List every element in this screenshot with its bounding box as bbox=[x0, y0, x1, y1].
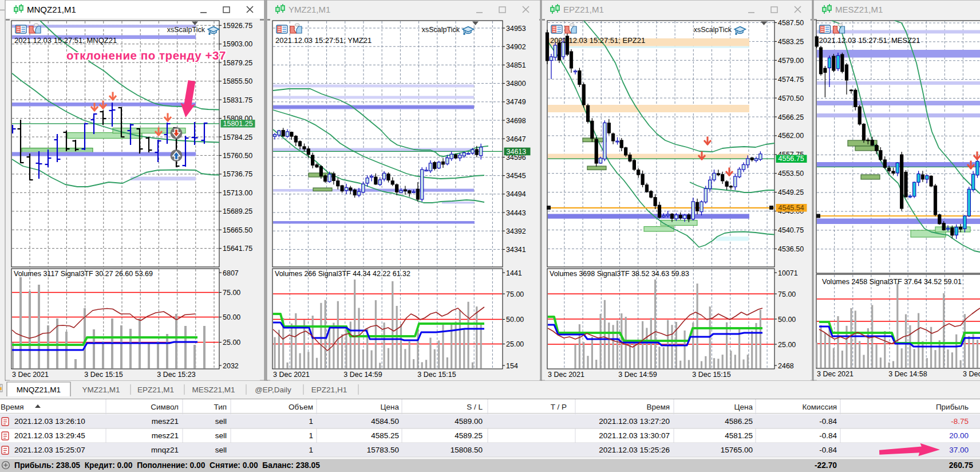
svg-text:15784.25: 15784.25 bbox=[223, 133, 252, 141]
svg-text:34851: 34851 bbox=[506, 61, 526, 69]
svg-text:2021.12.03 15:27:51; YMZ21: 2021.12.03 15:27:51; YMZ21 bbox=[275, 36, 372, 45]
svg-text:75.00: 75.00 bbox=[506, 290, 524, 298]
svg-text:3 Dec 14:59: 3 Dec 14:59 bbox=[343, 371, 382, 379]
svg-text:4562.00: 4562.00 bbox=[778, 132, 804, 140]
svg-text:50.00: 50.00 bbox=[223, 313, 240, 321]
svg-text:25.00: 25.00 bbox=[778, 341, 796, 349]
svg-text:-0.84: -0.84 bbox=[819, 446, 837, 454]
svg-text:75.00: 75.00 bbox=[778, 290, 796, 298]
svg-text:Прибыль: 238.05 Кредит: 0.00: Прибыль: 238.05 Кредит: 0.00 Пополнение:… bbox=[14, 461, 320, 470]
svg-text:-0.84: -0.84 bbox=[819, 431, 837, 440]
svg-text:34698: 34698 bbox=[506, 117, 526, 125]
svg-text:4536.50: 4536.50 bbox=[778, 245, 804, 253]
svg-text:Volumes 3698 Signal3TF 38.52 3: Volumes 3698 Signal3TF 38.52 34.63 59.83 bbox=[550, 270, 689, 278]
svg-text:mesz21: mesz21 bbox=[152, 431, 179, 440]
svg-text:15665.50: 15665.50 bbox=[223, 226, 252, 234]
svg-text:3 Dec 14:58: 3 Dec 14:58 bbox=[888, 370, 927, 378]
svg-text:-8.75: -8.75 bbox=[951, 417, 969, 426]
svg-text:Прибыль: Прибыль bbox=[936, 403, 969, 411]
svg-text:4581.25: 4581.25 bbox=[725, 431, 753, 440]
svg-text:3 Dec 15:15: 3 Dec 15:15 bbox=[417, 371, 456, 379]
svg-text:15736.75: 15736.75 bbox=[223, 170, 252, 178]
svg-text:10071: 10071 bbox=[778, 269, 798, 277]
svg-text:4583.25: 4583.25 bbox=[778, 38, 804, 46]
svg-text:4574.75: 4574.75 bbox=[778, 76, 804, 84]
svg-text:mnqz21: mnqz21 bbox=[151, 446, 179, 454]
svg-text:4549.25: 4549.25 bbox=[778, 188, 804, 196]
svg-text:4589.25: 4589.25 bbox=[455, 431, 483, 440]
svg-text:75.00: 75.00 bbox=[223, 289, 240, 297]
svg-text:2021.12.03 13:26:10: 2021.12.03 13:26:10 bbox=[14, 417, 85, 426]
svg-text:6807: 6807 bbox=[223, 269, 239, 277]
svg-text:2032: 2032 bbox=[223, 362, 239, 370]
svg-text:@EP,Daily: @EP,Daily bbox=[255, 386, 291, 394]
svg-text:xsScalpTick: xsScalpTick bbox=[694, 26, 732, 34]
svg-text:xsScalpTick: xsScalpTick bbox=[167, 26, 206, 34]
svg-text:4587.50: 4587.50 bbox=[778, 19, 804, 27]
svg-text:15765.00: 15765.00 bbox=[721, 446, 753, 454]
svg-text:4589.00: 4589.00 bbox=[455, 417, 483, 426]
svg-text:MESZ21,M1: MESZ21,M1 bbox=[192, 386, 235, 394]
svg-text:mesz21: mesz21 bbox=[152, 417, 179, 426]
svg-text:4586.25: 4586.25 bbox=[725, 417, 753, 426]
svg-text:T / P: T / P bbox=[551, 403, 567, 411]
svg-text:2021.12.03 13:30:07: 2021.12.03 13:30:07 bbox=[599, 431, 670, 440]
svg-text:4566.25: 4566.25 bbox=[778, 113, 804, 121]
svg-text:3 Dec 15:15: 3 Dec 15:15 bbox=[84, 371, 122, 379]
svg-text:15855.50: 15855.50 bbox=[223, 77, 252, 85]
svg-text:YMZ21,M1: YMZ21,M1 bbox=[289, 5, 330, 14]
svg-text:154: 154 bbox=[506, 362, 518, 370]
svg-text:EPZ21,H1: EPZ21,H1 bbox=[311, 386, 347, 394]
svg-text:Volumes 266 Signal3TF 44.34 42: Volumes 266 Signal3TF 44.34 42.22 61.32 bbox=[275, 270, 410, 278]
svg-text:-22.70: -22.70 bbox=[815, 461, 837, 470]
svg-text:Тип: Тип bbox=[214, 403, 227, 411]
svg-text:2021.12.03 15:27:51; MESZ21: 2021.12.03 15:27:51; MESZ21 bbox=[819, 36, 920, 45]
svg-text:34953: 34953 bbox=[506, 25, 526, 33]
svg-text:15808.50: 15808.50 bbox=[451, 446, 483, 454]
svg-text:50.00: 50.00 bbox=[506, 316, 524, 324]
svg-text:MESZ21,M1: MESZ21,M1 bbox=[835, 5, 883, 14]
svg-text:2021.12.03 15:25:26: 2021.12.03 15:25:26 bbox=[599, 446, 670, 454]
svg-text:S / L: S / L bbox=[467, 403, 483, 411]
svg-text:Символ: Символ bbox=[151, 403, 179, 411]
svg-text:15879.25: 15879.25 bbox=[223, 59, 252, 67]
svg-text:sell: sell bbox=[215, 431, 227, 440]
svg-text:MNQZ21,M1: MNQZ21,M1 bbox=[27, 5, 76, 14]
svg-text:25.00: 25.00 bbox=[506, 340, 524, 348]
svg-text:2021.12.03 15:25:07: 2021.12.03 15:25:07 bbox=[14, 446, 85, 454]
svg-text:2021.12.03 13:29:45: 2021.12.03 13:29:45 bbox=[14, 431, 85, 440]
svg-text:15760.50: 15760.50 bbox=[223, 152, 252, 160]
svg-text:Комиссия: Комиссия bbox=[802, 403, 837, 411]
svg-text:3 Dec 14:59: 3 Dec 14:59 bbox=[618, 371, 657, 379]
svg-text:260.75: 260.75 bbox=[949, 461, 974, 470]
svg-text:34647: 34647 bbox=[506, 135, 526, 143]
svg-text:4545.54: 4545.54 bbox=[779, 204, 804, 212]
svg-text:34545: 34545 bbox=[506, 172, 526, 180]
svg-text:34613: 34613 bbox=[507, 148, 527, 156]
svg-text:2021.12.03 15:27:51; MNQZ21: 2021.12.03 15:27:51; MNQZ21 bbox=[14, 36, 117, 45]
svg-text:50.00: 50.00 bbox=[778, 316, 796, 324]
svg-text:Объем: Объем bbox=[289, 403, 313, 411]
svg-text:4570.50: 4570.50 bbox=[778, 95, 804, 103]
svg-text:отклонение по тренду +37: отклонение по тренду +37 bbox=[66, 49, 226, 62]
svg-text:Цена: Цена bbox=[734, 403, 753, 411]
svg-text:Volumes 2458 Signal3TF 37.64 3: Volumes 2458 Signal3TF 37.64 34.52 59.01 bbox=[822, 278, 962, 286]
svg-text:sell: sell bbox=[215, 446, 227, 454]
svg-text:1: 1 bbox=[309, 431, 313, 440]
svg-text:1441: 1441 bbox=[506, 269, 522, 277]
svg-text:4585.25: 4585.25 bbox=[371, 431, 399, 440]
svg-text:1: 1 bbox=[309, 417, 313, 426]
svg-text:4584.50: 4584.50 bbox=[371, 417, 399, 426]
svg-text:2021.12.03 13:27:20: 2021.12.03 13:27:20 bbox=[599, 417, 670, 426]
svg-text:15831.75: 15831.75 bbox=[223, 96, 252, 104]
svg-text:34341: 34341 bbox=[506, 246, 526, 254]
svg-text:xsScalpTick: xsScalpTick bbox=[422, 26, 460, 34]
svg-text:34392: 34392 bbox=[506, 227, 526, 235]
svg-text:15783.50: 15783.50 bbox=[367, 446, 399, 454]
svg-text:3 Dec 15: 3 Dec 15 bbox=[963, 370, 980, 378]
svg-text:4540.75: 4540.75 bbox=[778, 226, 804, 234]
svg-text:MNQZ21,M1: MNQZ21,M1 bbox=[17, 386, 61, 394]
svg-text:3 Dec 2021: 3 Dec 2021 bbox=[548, 371, 584, 379]
svg-text:34494: 34494 bbox=[506, 190, 526, 198]
svg-text:EPZ21,M1: EPZ21,M1 bbox=[563, 5, 604, 14]
